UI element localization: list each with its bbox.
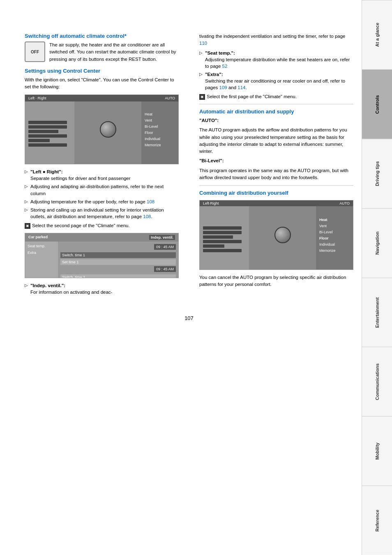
monitor-icon-3: ▣ (199, 94, 205, 100)
bullet1-label: "Left ● Right": (30, 169, 63, 174)
panel2-knob (274, 227, 291, 243)
indep-label: "Indep. ventil.": (30, 283, 65, 288)
indep-continued: tivating the independent ventilation and… (199, 33, 353, 47)
arrow-icon-3: ▷ (25, 199, 28, 205)
link-52: 52 (222, 64, 228, 69)
divider-2 (199, 185, 353, 186)
option2-floor: Floor (319, 236, 350, 241)
parked-extra: Extra (28, 251, 55, 255)
bar2-1 (203, 226, 242, 230)
bar-4 (28, 134, 67, 138)
panel2-right-label: AUTO (339, 201, 350, 205)
set-time-1: Set time 1 (60, 259, 176, 265)
section3-heading: Automatic air distribution and supply (199, 108, 353, 115)
parked-panel-top: Car parked Indep. ventil. (25, 233, 178, 242)
bullet-left-right: ▷ "Left ● Right":Separate settings for d… (25, 168, 179, 182)
time-badge-1: 09 : 45 AM (154, 244, 176, 250)
sidebar-tab-entertainment[interactable]: Entertainment (362, 278, 392, 347)
page-number: 107 (25, 315, 353, 329)
option2-individual: Individual (319, 242, 350, 247)
extra-label: "Extra": (205, 72, 223, 77)
arrow-icon-5: ▷ (25, 283, 28, 288)
sidebar-tab-at-a-glance[interactable]: At a glance (362, 0, 392, 69)
bar-1 (28, 121, 67, 124)
option-floor: Floor (145, 130, 175, 135)
link-108-a: 108 (147, 199, 154, 204)
car-parked-panel: Car parked Indep. ventil. Seat temp. Ext… (25, 233, 179, 278)
panel-left-label: Left · Right (28, 96, 46, 100)
panel-right-label: AUTO (165, 96, 175, 100)
link-108-b: 108 (143, 214, 151, 219)
time-row-1: 09 : 45 AM (60, 244, 176, 250)
option2-memorize: Memorize (319, 248, 350, 253)
section2-bullets: ▷ "Left ● Right":Separate settings for d… (25, 168, 179, 220)
bullet-air-distribution: ▷ Adjusting and adapting air-distributio… (25, 183, 179, 196)
link-110: 110 (199, 41, 207, 46)
sidebar-tab-controls[interactable]: Controls (362, 69, 392, 139)
sidebar-tab-driving-tips[interactable]: Driving tips (362, 139, 392, 208)
section1-body: The air supply, the heater and the air c… (49, 41, 179, 63)
link-109: 109 (219, 85, 227, 90)
switch-time-1: Switch. time 1 (60, 252, 176, 258)
sidebar-tab-reference[interactable]: Reference (362, 486, 392, 555)
bar2-5 (203, 244, 224, 248)
climate-control-panel-1: Left · Right AUTO (25, 94, 179, 164)
option-individual: Individual (145, 136, 175, 141)
bar-3 (28, 130, 58, 133)
auto-label: "AUTO": (199, 117, 353, 124)
bar2-3 (203, 235, 233, 239)
section4-body: You can cancel the AUTO program by selec… (199, 274, 353, 288)
bullet-temperature: ▷ Adjusting temperature for the upper bo… (25, 198, 179, 205)
indep-bullet-list: ▷ "Indep. ventil.":For information on ac… (25, 282, 179, 295)
panel2-left: Left·Right AUTO (200, 200, 249, 269)
sidebar-tab-mobility[interactable]: Mobility (362, 416, 392, 486)
parked-label-left: Car parked (28, 235, 48, 240)
monitor-icon-1: ▣ (25, 223, 30, 229)
bar2-2 (203, 231, 242, 234)
bar2-4 (203, 240, 242, 243)
section1-icon-block: OFF The air supply, the heater and the a… (25, 41, 179, 65)
parked-seat-temp: Seat temp. (28, 244, 55, 248)
link-114: 114 (238, 85, 245, 90)
parked-left-menu: Seat temp. Extra (25, 242, 58, 278)
arrow-icon-1: ▷ (25, 169, 28, 175)
left-column: Switching off automatic climate control*… (25, 33, 183, 299)
section2-heading: Settings using Control Center (25, 68, 179, 74)
right-bullets: ▷ "Seat temp.":Adjusting temperature dis… (199, 50, 353, 91)
bilevel-label: "Bi-Level": (199, 157, 353, 164)
arrow-icon-7: ▷ (199, 71, 203, 77)
bullet-indep-ventil: ▷ "Indep. ventil.":For information on ac… (25, 282, 179, 295)
bullet-storing: ▷ Storing and calling up an individual s… (25, 207, 179, 220)
bullet-extra: ▷ "Extra":Switching the rear air conditi… (199, 71, 353, 91)
seat-temp-label: "Seat temp.": (205, 51, 235, 55)
panel-left: Left · Right AUTO (25, 95, 74, 164)
option2-heat: Heat (319, 217, 350, 222)
sidebar-tab-navigation[interactable]: Navigation (362, 208, 392, 278)
option2-vent: Vent (319, 223, 350, 228)
bar-2 (28, 125, 67, 129)
arrow-icon-4: ▷ (25, 207, 28, 213)
select-second-page-note: ▣ Select the second page of the "Climate… (25, 223, 179, 229)
climate-control-panel-2: Left·Right AUTO (199, 200, 353, 270)
option-memorize: Memorize (145, 143, 175, 147)
panel2-center (249, 200, 316, 269)
option-vent: Vent (145, 118, 175, 123)
parked-right-options: 09 : 45 AM Switch. time 1 Set time 1 09 … (58, 242, 178, 278)
time-row-2: 09 : 45 AM (60, 266, 176, 272)
option-bilevel: Bi-Level (145, 124, 175, 129)
section4-heading: Combining air distribution yourself (199, 190, 353, 196)
bar-5 (28, 139, 50, 142)
divider-1 (199, 104, 353, 104)
panel-center (74, 95, 141, 164)
panel-bars (28, 121, 71, 147)
arrow-icon-6: ▷ (199, 50, 203, 56)
section2-intro: With the ignition on, select "Climate". … (25, 76, 179, 91)
panel2-left-label: Left·Right (203, 201, 219, 205)
main-content: Switching off automatic climate control*… (0, 0, 362, 555)
sidebar-tab-communications[interactable]: Communications (362, 347, 392, 416)
bullet-seat-temp: ▷ "Seat temp.":Adjusting temperature dis… (199, 50, 353, 69)
auto-text: The AUTO program adjusts the airflow and… (199, 127, 353, 155)
panel-right: Heat Vent Bi-Level Floor Individual Memo… (141, 95, 178, 164)
bar2-6 (203, 249, 242, 252)
panel2-right: Heat Vent Bi-Level Floor Individual Memo… (316, 200, 353, 269)
